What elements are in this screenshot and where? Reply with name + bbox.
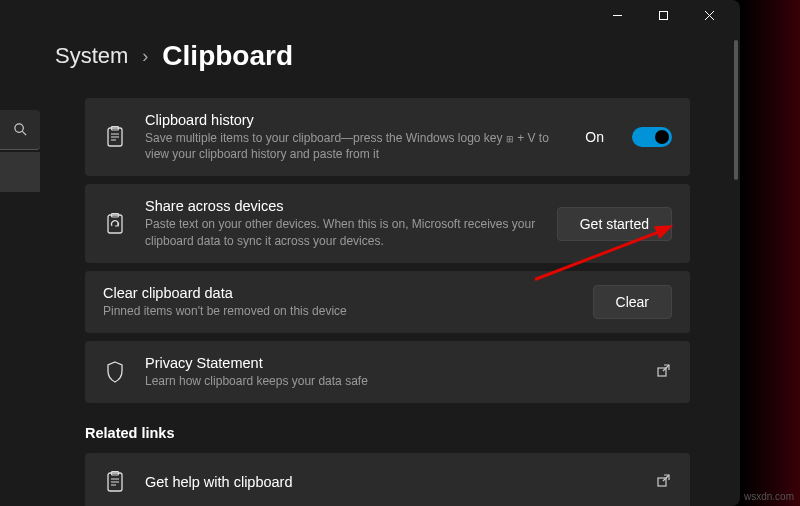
card-title: Share across devices bbox=[145, 198, 539, 214]
scrollbar[interactable] bbox=[734, 40, 738, 180]
breadcrumb-parent[interactable]: System bbox=[55, 43, 128, 69]
card-clipboard-history[interactable]: Clipboard history Save multiple items to… bbox=[85, 98, 690, 176]
chevron-right-icon: › bbox=[142, 46, 148, 67]
card-title: Clear clipboard data bbox=[103, 285, 575, 301]
card-description: Pinned items won't be removed on this de… bbox=[103, 303, 575, 319]
card-description: Save multiple items to your clipboard—pr… bbox=[145, 130, 567, 162]
card-get-help[interactable]: Get help with clipboard bbox=[85, 453, 690, 506]
clipboard-sync-icon bbox=[103, 212, 127, 236]
card-title: Get help with clipboard bbox=[145, 474, 638, 490]
toggle-state-label: On bbox=[585, 129, 604, 145]
close-button[interactable] bbox=[686, 0, 732, 30]
page-title: Clipboard bbox=[162, 40, 293, 72]
related-links-heading: Related links bbox=[85, 425, 690, 441]
breadcrumb: System › Clipboard bbox=[55, 40, 720, 72]
clipboard-history-toggle[interactable] bbox=[632, 127, 672, 147]
shield-icon bbox=[103, 360, 127, 384]
svg-line-5 bbox=[22, 131, 26, 135]
card-share-devices[interactable]: Share across devices Paste text on your … bbox=[85, 184, 690, 262]
card-title: Clipboard history bbox=[145, 112, 567, 128]
svg-rect-11 bbox=[108, 215, 122, 233]
svg-point-4 bbox=[14, 124, 22, 132]
toggle-knob bbox=[655, 130, 669, 144]
card-privacy-statement[interactable]: Privacy Statement Learn how clipboard ke… bbox=[85, 341, 690, 403]
clear-button[interactable]: Clear bbox=[593, 285, 672, 319]
svg-rect-1 bbox=[659, 11, 667, 19]
search-sidebar-button[interactable] bbox=[0, 110, 40, 150]
card-clear-clipboard: Clear clipboard data Pinned items won't … bbox=[85, 271, 690, 333]
clipboard-icon bbox=[103, 470, 127, 494]
maximize-button[interactable] bbox=[640, 0, 686, 30]
external-link-icon bbox=[656, 364, 672, 380]
windows-key-icon: ⊞ bbox=[506, 133, 514, 145]
sidebar-active-item[interactable] bbox=[0, 152, 40, 192]
clipboard-icon bbox=[103, 125, 127, 149]
titlebar bbox=[0, 0, 740, 30]
card-description: Paste text on your other devices. When t… bbox=[145, 216, 539, 248]
card-title: Privacy Statement bbox=[145, 355, 638, 371]
watermark: wsxdn.com bbox=[744, 491, 794, 502]
search-icon bbox=[13, 122, 28, 137]
card-description: Learn how clipboard keeps your data safe bbox=[145, 373, 638, 389]
external-link-icon bbox=[656, 474, 672, 490]
settings-window: System › Clipboard Clipboard history Sav… bbox=[0, 0, 740, 506]
minimize-button[interactable] bbox=[594, 0, 640, 30]
get-started-button[interactable]: Get started bbox=[557, 207, 672, 241]
